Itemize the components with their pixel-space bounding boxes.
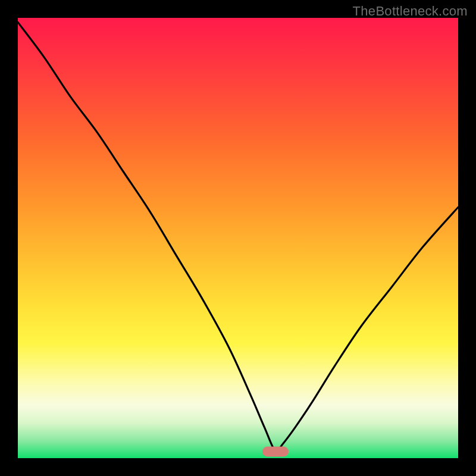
bottleneck-curve [18, 18, 458, 458]
watermark-text: TheBottleneck.com [353, 4, 468, 19]
optimal-marker [262, 446, 289, 456]
plot-area [18, 18, 458, 458]
chart-frame: TheBottleneck.com [0, 0, 476, 476]
